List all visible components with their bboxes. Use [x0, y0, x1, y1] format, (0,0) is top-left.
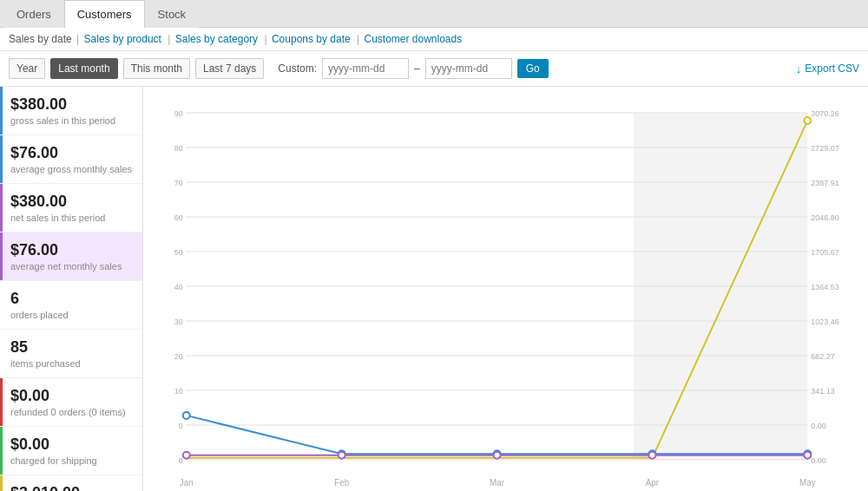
stat-value: $3,010.00 — [10, 484, 132, 491]
tab-orders[interactable]: Orders — [3, 0, 64, 28]
stat-item-5: 85items purchased — [0, 330, 142, 378]
stat-item-3: $76.00average net monthly sales — [0, 232, 142, 281]
stat-value: 6 — [10, 290, 132, 308]
svg-point-39 — [183, 412, 190, 419]
stat-label: items purchased — [10, 358, 132, 369]
svg-text:Feb: Feb — [334, 478, 350, 488]
stat-accent-bar — [0, 87, 3, 134]
subnav-link-coupons[interactable]: Coupons by date — [272, 33, 351, 45]
stat-item-4: 6orders placed — [0, 281, 142, 330]
svg-text:40: 40 — [174, 283, 183, 291]
stat-accent-bar — [0, 184, 3, 232]
svg-text:60: 60 — [174, 213, 183, 222]
svg-point-44 — [183, 452, 190, 459]
export-csv-label: Export CSV — [805, 62, 859, 75]
subnav-link-product[interactable]: Sales by product — [84, 33, 161, 45]
chart-area: 903070.26802729.07702387.91602046.805017… — [143, 87, 868, 491]
filter-go-btn[interactable]: Go — [517, 59, 549, 78]
svg-text:0: 0 — [179, 422, 183, 430]
svg-point-48 — [804, 452, 811, 459]
stat-value: $0.00 — [10, 387, 132, 405]
svg-text:20: 20 — [174, 352, 183, 361]
filter-last7-btn[interactable]: Last 7 days — [195, 58, 264, 79]
filter-dash: – — [414, 62, 420, 75]
svg-text:90: 90 — [174, 109, 183, 118]
stat-label: refunded 0 orders (0 items) — [10, 407, 132, 417]
main-content: $380.00gross sales in this period$76.00a… — [0, 87, 868, 491]
svg-text:1705.67: 1705.67 — [811, 248, 838, 257]
svg-text:0.00: 0.00 — [811, 422, 825, 430]
svg-text:3070.26: 3070.26 — [811, 109, 838, 118]
svg-text:80: 80 — [174, 144, 183, 153]
subnav: Sales by date | Sales by product | Sales… — [0, 28, 868, 51]
stat-item-1: $76.00average gross monthly sales — [0, 135, 142, 184]
svg-text:2729.07: 2729.07 — [811, 144, 838, 153]
stats-sidebar: $380.00gross sales in this period$76.00a… — [0, 87, 143, 491]
subnav-prefix: Sales by date — [9, 33, 72, 45]
sales-chart: 903070.26802729.07702387.91602046.805017… — [152, 95, 859, 491]
stat-value: $76.00 — [10, 241, 132, 259]
svg-text:30: 30 — [174, 318, 183, 326]
subnav-link-downloads[interactable]: Customer downloads — [364, 33, 462, 45]
svg-text:2387.91: 2387.91 — [811, 179, 838, 187]
stat-accent-bar — [0, 475, 3, 491]
stat-value: $380.00 — [10, 95, 132, 114]
download-icon: ↓ — [796, 62, 802, 75]
stat-value: $76.00 — [10, 144, 132, 162]
stat-accent-bar — [0, 427, 3, 475]
stat-label: net sales in this period — [10, 213, 132, 223]
stat-accent-bar — [0, 378, 3, 426]
filter-custom-label: Custom: — [278, 62, 317, 75]
stat-accent-bar — [0, 232, 3, 280]
filter-bar: Year Last month This month Last 7 days C… — [0, 51, 868, 87]
svg-text:1364.53: 1364.53 — [811, 283, 838, 291]
stat-label: average gross monthly sales — [10, 164, 132, 174]
svg-text:May: May — [799, 478, 816, 488]
stat-label: gross sales in this period — [10, 115, 132, 126]
stat-label: charged for shipping — [10, 455, 132, 466]
svg-text:Mar: Mar — [490, 478, 505, 488]
svg-text:341.13: 341.13 — [811, 387, 834, 396]
svg-point-49 — [804, 117, 811, 124]
svg-text:70: 70 — [174, 179, 183, 187]
filter-lastmonth-btn[interactable]: Last month — [50, 58, 117, 79]
svg-point-45 — [339, 452, 345, 459]
stat-item-0: $380.00gross sales in this period — [0, 87, 142, 135]
tab-customers[interactable]: Customers — [64, 0, 145, 28]
svg-text:10: 10 — [174, 387, 183, 396]
svg-text:Jan: Jan — [180, 478, 194, 488]
filter-year-btn[interactable]: Year — [9, 58, 45, 79]
export-csv-btn[interactable]: ↓ Export CSV — [796, 62, 859, 75]
stat-item-6: $0.00refunded 0 orders (0 items) — [0, 378, 142, 427]
stat-accent-bar — [0, 135, 3, 183]
svg-text:682.27: 682.27 — [811, 352, 834, 361]
filter-date-from[interactable] — [322, 58, 409, 79]
svg-text:0.00: 0.00 — [811, 456, 825, 465]
stat-value: $0.00 — [10, 435, 132, 454]
svg-text:2046.80: 2046.80 — [811, 213, 838, 222]
stat-item-7: $0.00charged for shipping — [0, 427, 142, 475]
tabs-bar: Orders Customers Stock — [0, 0, 868, 28]
stat-item-2: $380.00net sales in this period — [0, 184, 142, 232]
svg-text:Apr: Apr — [646, 478, 660, 488]
subnav-link-category[interactable]: Sales by category — [175, 33, 258, 45]
svg-point-46 — [494, 452, 501, 459]
stat-value: 85 — [10, 338, 132, 357]
stat-item-8: $3,010.00worth of coupons used — [0, 475, 142, 491]
stat-value: $380.00 — [10, 193, 132, 211]
svg-point-47 — [648, 452, 655, 459]
stat-label: average net monthly sales — [10, 261, 132, 272]
stat-label: orders placed — [10, 310, 132, 320]
svg-text:50: 50 — [174, 248, 183, 257]
svg-text:1023.46: 1023.46 — [811, 318, 838, 326]
filter-date-to[interactable] — [425, 58, 512, 79]
filter-thismonth-btn[interactable]: This month — [123, 58, 190, 79]
tab-stock[interactable]: Stock — [145, 0, 200, 28]
svg-text:0: 0 — [179, 456, 183, 465]
